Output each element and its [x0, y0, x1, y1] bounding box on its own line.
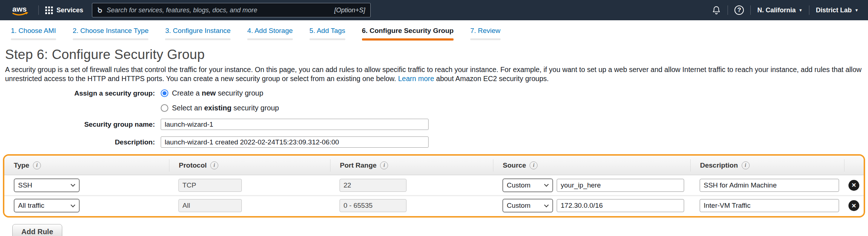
page-intro-text: A security group is a set of firewall ru… [5, 65, 863, 83]
services-label: Services [56, 7, 83, 14]
tab-review[interactable]: 7. Review [470, 27, 500, 41]
rule-description-input[interactable] [700, 179, 839, 192]
chevron-down-icon [71, 182, 75, 187]
chevron-down-icon [71, 203, 75, 207]
tab-configure-security-group[interactable]: 6. Configure Security Group [362, 27, 454, 41]
account-label: District Lab [816, 7, 852, 14]
svg-text:aws: aws [12, 5, 27, 13]
chevron-down-icon: ▼ [799, 8, 802, 12]
assign-security-group-label: Assign a security group: [5, 89, 161, 97]
info-icon[interactable]: i [33, 161, 41, 169]
column-header-description: Descriptioni [690, 159, 844, 172]
assign-security-group-row: Assign a security group: Create a new se… [5, 89, 863, 97]
chevron-down-icon [544, 182, 549, 187]
region-label: N. California [757, 7, 796, 14]
description-label: Description: [5, 138, 161, 146]
rule-port-range-readonly [340, 179, 406, 192]
aws-logo[interactable]: aws [9, 3, 32, 17]
learn-more-link[interactable]: Learn more [398, 75, 434, 83]
description-row: Description: [5, 136, 863, 148]
account-menu[interactable]: District Lab ▼ [816, 7, 859, 14]
nav-divider [38, 5, 39, 15]
rule-type-select[interactable]: SSH [14, 178, 80, 192]
add-rule-button[interactable]: Add Rule [12, 224, 62, 236]
rule-source-type-select[interactable]: Custom [502, 199, 553, 212]
column-header-protocol: Protocoli [169, 159, 330, 172]
main-content: Step 6: Configure Security Group A secur… [0, 47, 868, 236]
search-shortcut-hint: [Option+S] [334, 7, 366, 14]
radio-create-new-group[interactable]: Create a new security group [161, 89, 263, 97]
aws-logo-icon: aws [9, 3, 32, 17]
rules-table-header: Typei Protocoli Port Rangei Sourcei Desc… [4, 156, 864, 175]
global-search-box[interactable]: ☌ [Option+S] [92, 3, 371, 17]
tab-add-storage[interactable]: 4. Add Storage [247, 27, 293, 41]
notifications-bell-icon[interactable] [712, 5, 721, 15]
top-navigation-bar: aws Services ☌ [Option+S] ? N. Californi… [0, 0, 868, 20]
tab-choose-ami[interactable]: 1. Choose AMI [11, 27, 56, 41]
info-icon[interactable]: i [742, 161, 750, 169]
help-icon[interactable]: ? [734, 5, 744, 15]
security-group-description-input[interactable] [161, 136, 429, 148]
security-group-name-label: Security group name: [5, 121, 161, 128]
nav-right-group: ? N. California ▼ District Lab ▼ [712, 5, 859, 15]
delete-rule-button[interactable]: ✕ [848, 200, 859, 211]
rule-source-input[interactable] [557, 179, 684, 192]
info-icon[interactable]: i [380, 161, 388, 169]
rule-protocol-readonly [178, 179, 242, 192]
rules-table-body: SSH Custom [4, 175, 864, 216]
radio-button-unselected[interactable] [161, 104, 168, 112]
column-header-port-range: Port Rangei [330, 159, 493, 172]
nav-divider [809, 5, 809, 15]
rule-type-select[interactable]: All traffic [14, 199, 80, 212]
tab-choose-instance-type[interactable]: 2. Choose Instance Type [73, 27, 149, 41]
info-icon[interactable]: i [530, 161, 538, 169]
page-title: Step 6: Configure Security Group [5, 47, 863, 62]
rule-port-range-readonly [340, 199, 406, 212]
rule-row-ssh: SSH Custom [4, 175, 864, 195]
nav-divider [750, 5, 751, 15]
info-icon[interactable]: i [210, 161, 218, 169]
security-rules-table: Typei Protocoli Port Rangei Sourcei Desc… [3, 154, 865, 218]
region-selector[interactable]: N. California ▼ [757, 7, 802, 14]
rule-protocol-readonly [178, 199, 242, 212]
radio-button-selected[interactable] [161, 89, 168, 97]
security-group-name-input[interactable] [161, 119, 429, 130]
rule-source-type-select[interactable]: Custom [502, 178, 553, 192]
search-icon: ☌ [97, 6, 102, 14]
services-menu-button[interactable]: Services [45, 7, 83, 14]
delete-rule-button[interactable]: ✕ [848, 180, 859, 191]
wizard-step-tabs: 1. Choose AMI 2. Choose Instance Type 3.… [0, 20, 868, 41]
rule-source-input[interactable] [557, 199, 684, 212]
chevron-down-icon [544, 203, 549, 207]
security-group-form: Assign a security group: Create a new se… [5, 89, 863, 148]
column-header-type: Typei [4, 159, 169, 172]
tab-add-tags[interactable]: 5. Add Tags [309, 27, 345, 41]
rule-description-input[interactable] [700, 199, 839, 212]
select-existing-group-row: Select an existing security group [5, 104, 863, 112]
rule-row-all-traffic: All traffic Custom [4, 195, 864, 215]
search-input[interactable] [107, 7, 330, 14]
chevron-down-icon: ▼ [855, 8, 859, 12]
services-grid-icon [45, 7, 53, 14]
nav-divider [728, 5, 728, 15]
radio-select-existing-group[interactable]: Select an existing security group [161, 104, 279, 112]
column-header-source: Sourcei [493, 159, 690, 172]
security-group-name-row: Security group name: [5, 119, 863, 130]
tab-configure-instance[interactable]: 3. Configure Instance [165, 27, 231, 41]
